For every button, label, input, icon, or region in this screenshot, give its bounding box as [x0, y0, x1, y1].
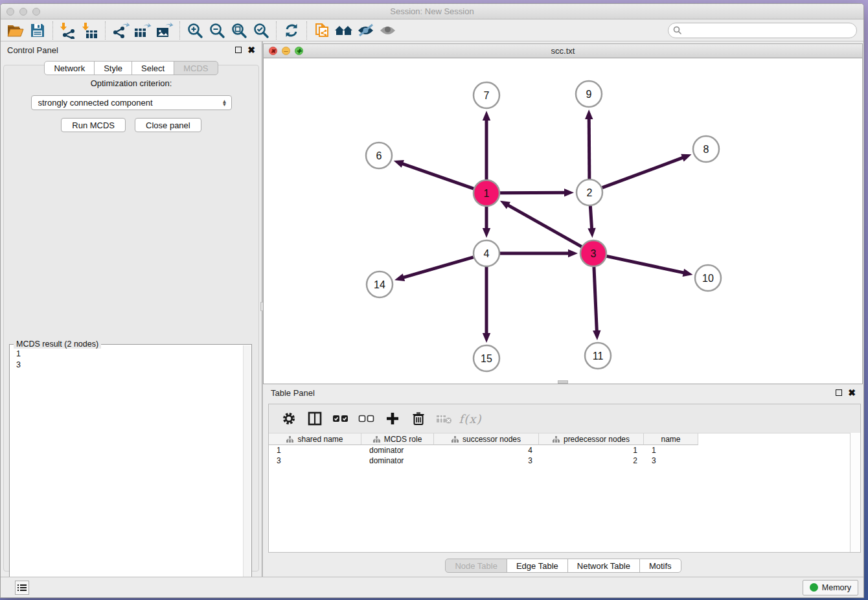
maximize-window-icon[interactable]	[32, 8, 40, 16]
graph-edge[interactable]	[400, 163, 474, 189]
graph-edge[interactable]	[602, 157, 685, 187]
cell-shared-name[interactable]: 1	[269, 445, 361, 456]
window-controls[interactable]	[6, 8, 40, 16]
graph-edge[interactable]	[590, 206, 591, 231]
unselect-all-columns-icon[interactable]	[357, 409, 376, 428]
float-panel-icon[interactable]	[235, 47, 242, 53]
graph-node-label: 2	[587, 187, 593, 198]
minimize-network-icon[interactable]: ─	[282, 47, 290, 55]
network-canvas[interactable]: 7968124314101511	[263, 58, 863, 384]
zoom-in-icon[interactable]	[184, 21, 206, 40]
status-bar: Memory	[1, 577, 863, 597]
graph-edge-arrowhead	[585, 110, 593, 119]
cell-successor-nodes[interactable]: 3	[434, 456, 539, 466]
tab-style[interactable]: Style	[94, 61, 132, 75]
cell-shared-name[interactable]: 3	[269, 456, 361, 466]
cell-mcds-role[interactable]: dominator	[361, 456, 434, 466]
tab-select[interactable]: Select	[131, 61, 174, 75]
zoom-fit-icon[interactable]	[228, 21, 250, 40]
tab-network-table[interactable]: Network Table	[567, 559, 640, 573]
show-all-icon[interactable]	[377, 21, 399, 40]
maximize-network-icon[interactable]: ✚	[295, 47, 303, 55]
column-header-mcds-role[interactable]: MCDS role	[361, 433, 434, 445]
minimize-window-icon[interactable]	[19, 8, 27, 16]
main-toolbar	[1, 19, 863, 41]
close-panel-button[interactable]: Close panel	[135, 118, 201, 132]
control-panel-tabs: Network Style Select MCDS	[1, 61, 262, 75]
tab-edge-table[interactable]: Edge Table	[507, 559, 568, 573]
delete-column-icon[interactable]	[409, 409, 428, 428]
graph-node-label: 3	[591, 248, 597, 259]
add-column-icon[interactable]	[383, 409, 402, 428]
toolbar-separator	[52, 21, 53, 40]
close-panel-icon[interactable]: ✖	[247, 47, 255, 53]
zoom-out-icon[interactable]	[206, 21, 228, 40]
save-session-icon[interactable]	[27, 21, 49, 40]
export-image-icon[interactable]	[154, 21, 176, 40]
float-table-panel-icon[interactable]	[836, 389, 842, 396]
hide-selected-icon[interactable]	[355, 21, 377, 40]
cell-mcds-role[interactable]: dominator	[361, 445, 434, 456]
column-header-successor-nodes[interactable]: successor nodes	[434, 433, 539, 445]
zoom-selected-icon[interactable]	[250, 21, 272, 40]
graph-edge[interactable]	[589, 117, 589, 179]
result-scrollbar[interactable]	[243, 345, 251, 585]
cell-successor-nodes[interactable]: 4	[434, 445, 539, 456]
delete-table-icon[interactable]	[435, 409, 454, 428]
clone-network-icon[interactable]	[311, 21, 333, 40]
search-input[interactable]	[668, 23, 857, 38]
cell-predecessor-nodes[interactable]: 2	[539, 456, 644, 466]
function-builder-icon[interactable]: f(x)	[461, 409, 480, 428]
mcds-result-title: MCDS result (2 nodes)	[14, 340, 101, 349]
graph-edge[interactable]	[500, 192, 567, 193]
column-header-predecessor-nodes[interactable]: predecessor nodes	[539, 433, 644, 445]
graph-edge-arrowhead	[394, 273, 405, 281]
close-window-icon[interactable]	[6, 8, 14, 16]
tree-icon	[451, 436, 459, 443]
graph-edge[interactable]	[594, 267, 597, 333]
close-table-panel-icon[interactable]: ✖	[848, 389, 856, 396]
table-vscrollbar[interactable]	[850, 433, 860, 552]
window-titlebar: Session: New Session	[1, 4, 863, 19]
select-all-columns-icon[interactable]	[331, 409, 350, 428]
tab-motifs[interactable]: Motifs	[639, 559, 681, 573]
cell-name[interactable]: 3	[644, 456, 698, 466]
column-panel-icon[interactable]	[305, 409, 325, 428]
graph-edge[interactable]	[506, 204, 581, 247]
run-mcds-button[interactable]: Run MCDS	[61, 118, 126, 132]
import-network-icon[interactable]	[57, 21, 79, 40]
graph-edge[interactable]	[607, 256, 686, 273]
cell-name[interactable]: 1	[644, 445, 698, 456]
column-header-name[interactable]: name	[644, 433, 698, 445]
tab-mcds[interactable]: MCDS	[174, 61, 218, 75]
graph-edge[interactable]	[402, 257, 474, 278]
settings-gear-icon[interactable]	[279, 409, 299, 428]
graph-node-label: 7	[484, 90, 490, 101]
first-neighbors-icon[interactable]	[333, 21, 355, 40]
mcds-result-text[interactable]: 1 3	[10, 345, 251, 375]
task-history-button[interactable]	[15, 581, 29, 595]
open-file-icon[interactable]	[5, 21, 27, 40]
tab-network[interactable]: Network	[44, 61, 95, 75]
cell-predecessor-nodes[interactable]: 1	[539, 445, 644, 456]
network-window-titlebar[interactable]: ✖ ─ ✚ scc.txt	[263, 43, 863, 58]
export-table-icon[interactable]	[131, 21, 154, 40]
graph-edge-arrowhead	[588, 228, 595, 238]
graph-node-label: 4	[484, 248, 490, 259]
optimization-criterion-select[interactable]: strongly connected component ▲▼	[31, 95, 232, 110]
table-row[interactable]: 3 dominator 3 2 3	[269, 456, 860, 466]
refresh-icon[interactable]	[280, 21, 303, 40]
network-graph[interactable]: 7968124314101511	[264, 58, 863, 383]
canvas-hscroll-handle[interactable]	[558, 380, 568, 384]
tree-icon	[286, 436, 293, 443]
export-network-icon[interactable]	[109, 21, 131, 40]
toolbar-separator	[276, 21, 277, 40]
table-toolbar: f(x)	[269, 404, 860, 433]
tree-icon	[553, 436, 560, 443]
memory-button[interactable]: Memory	[803, 580, 858, 595]
close-network-icon[interactable]: ✖	[269, 47, 277, 55]
import-table-icon[interactable]	[79, 21, 101, 40]
column-header-shared-name[interactable]: shared name	[269, 433, 361, 445]
table-row[interactable]: 1 dominator 4 1 1	[269, 445, 860, 456]
tab-node-table[interactable]: Node Table	[445, 559, 507, 573]
